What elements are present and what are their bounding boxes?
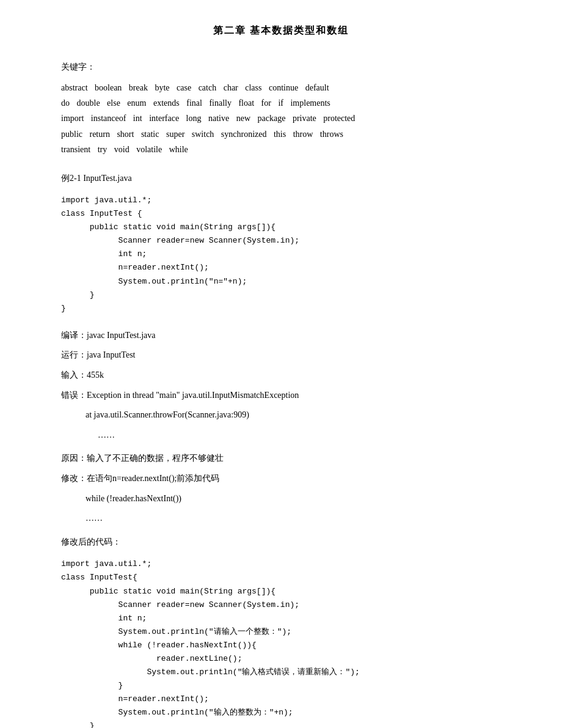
input-label: 输入：455k (61, 367, 501, 384)
keywords-line1: abstract boolean break byte case catch c… (61, 80, 501, 95)
fix-code2: …… (61, 510, 501, 527)
page-container: 第二章 基本数据类型和数组 关键字： abstract boolean brea… (0, 0, 562, 728)
keywords-block: abstract boolean break byte case catch c… (61, 80, 501, 157)
fix-code1: while (!reader.hasNextInt()) (61, 491, 501, 507)
page-title: 第二章 基本数据类型和数组 (61, 24, 501, 37)
compile-label: 编译：javac InputTest.java (61, 328, 501, 344)
fix-label: 修改：在语句n=reader.nextInt();前添加代码 (61, 471, 501, 487)
code-block-2: import java.util.*; class InputTest{ pub… (61, 557, 501, 728)
run-label: 运行：java InputTest (61, 347, 501, 364)
reason-label: 原因：输入了不正确的数据，程序不够健壮 (61, 450, 501, 467)
keywords-label: 关键字： (61, 62, 501, 73)
error-label: 错误：Exception in thread "main" java.util.… (61, 388, 501, 404)
keywords-line5: transient try void volatile while (61, 142, 501, 157)
keywords-line4: public return short static super switch … (61, 127, 501, 142)
code-block-1: import java.util.*; class InputTest { pu… (61, 194, 501, 315)
error-detail2: …… (61, 427, 501, 444)
keywords-line2: do double else enum extends final finall… (61, 95, 501, 111)
keywords-line3: import instanceof int interface long nat… (61, 111, 501, 126)
error-detail1: at java.util.Scanner.throwFor(Scanner.ja… (61, 407, 501, 424)
example1-title: 例2-1 InputTest.java (61, 173, 501, 184)
fixed-code-label: 修改后的代码： (61, 534, 501, 551)
